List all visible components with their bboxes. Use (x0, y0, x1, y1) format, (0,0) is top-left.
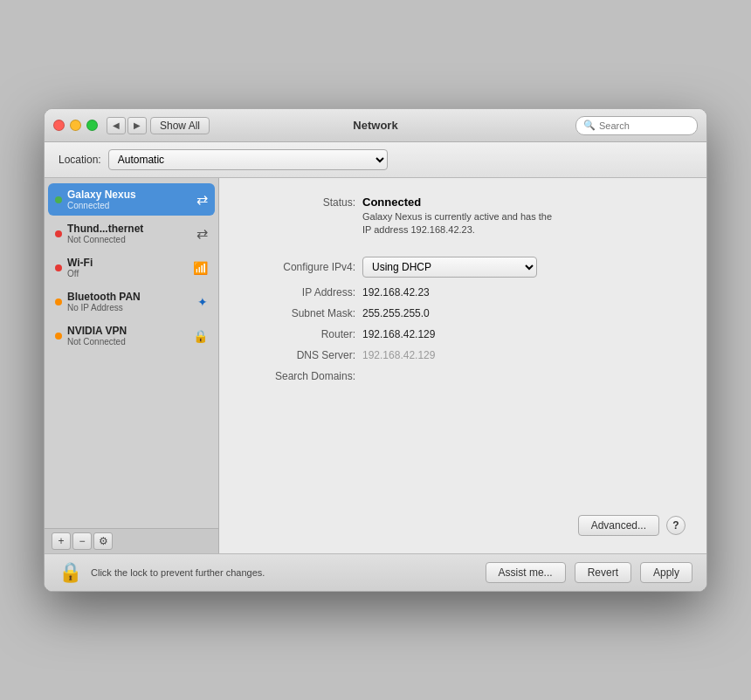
nav-buttons: ◀ ▶ (107, 117, 147, 134)
subnet-label: Subnet Mask: (240, 307, 362, 319)
dns-label: DNS Server: (240, 349, 362, 361)
sidebar-item-vpn[interactable]: NVIDIA VPN Not Connected 🔒 (48, 319, 215, 352)
sidebar-item-name-wifi: Wi-Fi (67, 257, 189, 269)
window-title: Network (353, 119, 397, 132)
status-dot-vpn (55, 333, 62, 340)
dns-row: DNS Server: 192.168.42.129 (240, 349, 686, 361)
search-box[interactable]: 🔍 (575, 116, 698, 135)
back-button[interactable]: ◀ (107, 117, 126, 134)
footer-lock-text: Click the lock to prevent further change… (91, 567, 477, 578)
traffic-lights (53, 120, 98, 131)
configure-select[interactable]: Using DHCP Manually Off (362, 257, 537, 278)
show-all-button[interactable]: Show All (150, 117, 210, 134)
sidebar-item-status-vpn: Not Connected (67, 337, 189, 347)
sidebar-item-status-wifi: Off (67, 269, 189, 278)
bluetooth-icon: ✦ (197, 295, 208, 309)
sidebar-item-wifi[interactable]: Wi-Fi Off 📶 (48, 251, 215, 284)
status-label: Status: (240, 196, 362, 209)
status-desc: Galaxy Nexus is currently active and has… (362, 210, 552, 237)
subnet-row: Subnet Mask: 255.255.255.0 (240, 307, 686, 319)
sidebar-item-info-thunderbolt: Thund...thernet Not Connected (67, 223, 193, 244)
sidebar-item-name-bluetooth: Bluetooth PAN (67, 291, 194, 303)
advanced-button[interactable]: Advanced... (578, 515, 659, 536)
lock-icon[interactable]: 🔒 (59, 561, 82, 584)
help-button[interactable]: ? (666, 516, 686, 535)
sidebar-item-status-thunderbolt: Not Connected (67, 235, 193, 244)
toolbar: Location: Automatic (45, 142, 706, 178)
status-dot-bluetooth (55, 299, 62, 305)
status-row: Status: Connected Galaxy Nexus is curren… (240, 196, 686, 237)
assist-me-button[interactable]: Assist me... (486, 562, 566, 583)
close-button[interactable] (53, 120, 65, 131)
sidebar-item-info-galaxy-nexus: Galaxy Nexus Connected (67, 189, 193, 210)
sidebar-item-thunderbolt[interactable]: Thund...thernet Not Connected ⇄ (48, 217, 215, 250)
subnet-value: 255.255.255.0 (362, 307, 430, 319)
router-label: Router: (240, 328, 362, 340)
sidebar: Galaxy Nexus Connected ⇄ Thund...thernet… (45, 178, 219, 553)
sidebar-item-status-bluetooth: No IP Address (67, 303, 194, 312)
location-label: Location: (59, 154, 101, 166)
dns-value: 192.168.42.129 (362, 349, 435, 361)
network-window: ◀ ▶ Show All Network 🔍 Location: Automat… (44, 108, 707, 592)
status-value-group: Connected Galaxy Nexus is currently acti… (362, 196, 552, 237)
revert-button[interactable]: Revert (575, 562, 631, 583)
sidebar-list: Galaxy Nexus Connected ⇄ Thund...thernet… (45, 178, 218, 528)
search-icon: 🔍 (583, 120, 596, 131)
sidebar-item-name-thunderbolt: Thund...thernet (67, 223, 193, 235)
remove-network-button[interactable]: − (72, 532, 92, 550)
network-icon-thunderbolt: ⇄ (196, 225, 208, 242)
detail-actions: Advanced... ? (240, 515, 686, 536)
sidebar-item-bluetooth[interactable]: Bluetooth PAN No IP Address ✦ (48, 285, 215, 318)
sidebar-item-info-vpn: NVIDIA VPN Not Connected (67, 325, 189, 347)
sidebar-item-status-galaxy-nexus: Connected (67, 201, 193, 210)
maximize-button[interactable] (86, 120, 98, 131)
status-dot-galaxy-nexus (55, 196, 62, 203)
network-icon-galaxy-nexus: ⇄ (196, 191, 208, 208)
apply-button[interactable]: Apply (640, 562, 692, 583)
router-row: Router: 192.168.42.129 (240, 328, 686, 340)
configure-label: Configure IPv4: (240, 261, 362, 273)
search-domains-label: Search Domains: (240, 370, 362, 382)
sidebar-item-info-bluetooth: Bluetooth PAN No IP Address (67, 291, 194, 312)
status-dot-wifi (55, 264, 62, 271)
sidebar-item-name-vpn: NVIDIA VPN (67, 325, 189, 337)
configure-row: Configure IPv4: Using DHCP Manually Off (240, 257, 686, 278)
ip-row: IP Address: 192.168.42.23 (240, 286, 686, 299)
sidebar-item-info-wifi: Wi-Fi Off (67, 257, 189, 278)
sidebar-item-galaxy-nexus[interactable]: Galaxy Nexus Connected ⇄ (48, 183, 215, 216)
wifi-icon: 📶 (193, 261, 208, 275)
status-dot-thunderbolt (55, 230, 62, 237)
ip-value: 192.168.42.23 (362, 286, 430, 299)
title-bar: ◀ ▶ Show All Network 🔍 (45, 109, 706, 142)
detail-panel: Status: Connected Galaxy Nexus is curren… (219, 178, 706, 553)
search-input[interactable] (599, 120, 690, 131)
minimize-button[interactable] (70, 120, 81, 131)
sidebar-item-name-galaxy-nexus: Galaxy Nexus (67, 189, 193, 201)
sidebar-footer: + − ⚙ (45, 528, 218, 553)
vpn-lock-icon: 🔒 (193, 329, 208, 343)
status-value: Connected (362, 196, 552, 209)
window-footer: 🔒 Click the lock to prevent further chan… (45, 553, 706, 591)
location-select[interactable]: Automatic (108, 149, 388, 170)
add-network-button[interactable]: + (52, 532, 71, 550)
ip-label: IP Address: (240, 286, 362, 299)
forward-button[interactable]: ▶ (127, 117, 147, 134)
settings-network-button[interactable]: ⚙ (93, 532, 113, 550)
search-domains-row: Search Domains: (240, 370, 686, 382)
main-content: Galaxy Nexus Connected ⇄ Thund...thernet… (45, 178, 706, 553)
router-value: 192.168.42.129 (362, 328, 435, 340)
